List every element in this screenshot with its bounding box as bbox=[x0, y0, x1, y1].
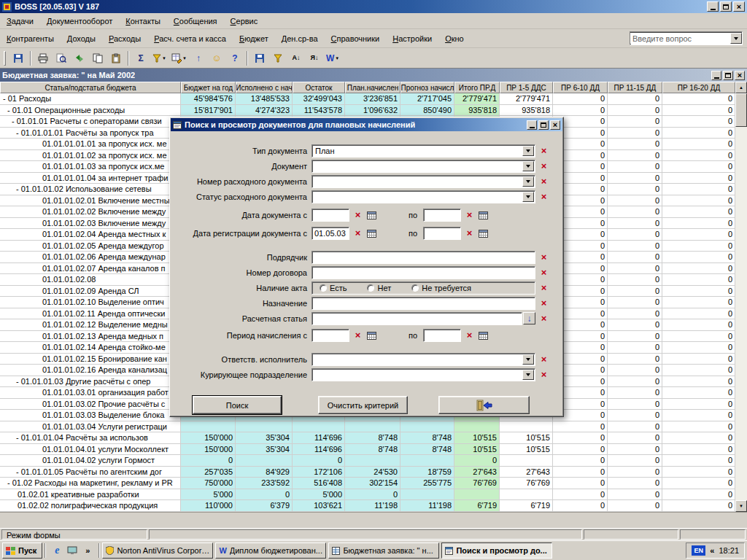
question-box[interactable] bbox=[630, 31, 743, 45]
scroll-thumb[interactable] bbox=[735, 93, 747, 127]
column-header-5[interactable]: План.начислен bbox=[345, 82, 400, 93]
doc-date-to-calendar-button[interactable] bbox=[477, 209, 489, 221]
clear-settlement-article-button[interactable]: × bbox=[538, 313, 550, 324]
menu-item-5[interactable]: Сервис bbox=[224, 14, 265, 28]
act-option-not-required[interactable]: Не требуется bbox=[411, 284, 471, 292]
clear-executor-button[interactable]: × bbox=[538, 354, 550, 365]
contractor-input[interactable] bbox=[311, 251, 535, 264]
doc-date-from-calendar-button[interactable] bbox=[365, 209, 378, 221]
column-header-11[interactable]: ПР 16-20 ДД bbox=[662, 82, 735, 93]
table-row[interactable]: - 01 Расходы45'984'57613'485'53332'499'0… bbox=[0, 93, 735, 105]
chevron-down-icon[interactable] bbox=[522, 192, 534, 202]
reg-date-from-calendar-button[interactable] bbox=[365, 228, 378, 239]
sum-button[interactable]: Σ bbox=[132, 50, 150, 66]
toolbar-drag-handle[interactable] bbox=[4, 51, 6, 66]
column-header-3[interactable]: Исполнено с нач bbox=[236, 82, 293, 93]
refresh-button[interactable] bbox=[71, 50, 88, 66]
chevron-down-icon[interactable] bbox=[522, 146, 534, 156]
dialog-maximize-button[interactable] bbox=[538, 120, 549, 130]
settlement-article-input[interactable] bbox=[311, 312, 522, 325]
chevron-down-icon[interactable] bbox=[730, 33, 742, 44]
question-input[interactable] bbox=[630, 33, 730, 44]
scroll-down-icon[interactable]: ▼ bbox=[735, 500, 747, 512]
export-button[interactable]: ↑ bbox=[190, 50, 207, 66]
module-menu-item-9[interactable]: Окно bbox=[438, 31, 471, 46]
table-row[interactable]: 01.01.01.03.04 Услуги регистраци000 bbox=[0, 421, 735, 433]
taskbar-task[interactable]: Бюджетная заявка: " н... bbox=[328, 542, 439, 559]
clear-expense-doc-number-button[interactable]: × bbox=[538, 176, 550, 187]
reg-date-to-calendar-button[interactable] bbox=[477, 228, 489, 239]
table-row[interactable]: - 01.01.01.04 Расчёты за использов150'00… bbox=[0, 432, 735, 444]
doc-date-to-input[interactable] bbox=[423, 209, 461, 222]
column-header-1[interactable]: Статья/подстатья бюджета bbox=[0, 82, 181, 93]
clear-document-button[interactable]: × bbox=[538, 160, 550, 172]
clear-contractor-button[interactable]: × bbox=[538, 252, 550, 263]
save-layout-button[interactable] bbox=[251, 50, 268, 66]
reg-date-from-input[interactable] bbox=[311, 227, 349, 240]
app-minimize-button[interactable] bbox=[707, 1, 719, 12]
dialog-close-button[interactable]: × bbox=[550, 120, 560, 130]
clear-accrual-from-button[interactable]: × bbox=[352, 330, 364, 341]
module-menu-item-5[interactable]: Бюджет bbox=[233, 31, 275, 46]
doc-type-combobox[interactable]: План bbox=[311, 144, 535, 158]
module-menu-item-2[interactable]: Доходы bbox=[61, 31, 102, 46]
auto-filter-button[interactable] bbox=[269, 50, 287, 66]
clear-reg-date-from-button[interactable]: × bbox=[352, 228, 364, 239]
settlement-article-lookup-button[interactable]: ↓ bbox=[523, 312, 535, 324]
column-header-9[interactable]: ПР 6-10 ДД bbox=[553, 82, 608, 93]
act-option-no[interactable]: Нет bbox=[367, 284, 391, 292]
executor-combobox[interactable] bbox=[311, 353, 535, 366]
vertical-scrollbar[interactable]: ▲ ▼ bbox=[735, 82, 747, 512]
show-desktop-icon[interactable] bbox=[66, 544, 79, 557]
clear-act-button[interactable]: × bbox=[538, 282, 550, 294]
language-indicator[interactable]: EN bbox=[692, 545, 705, 556]
module-menu-item-8[interactable]: Настройки bbox=[386, 31, 438, 46]
scroll-up-icon[interactable]: ▲ bbox=[735, 82, 747, 93]
module-menu-item-1[interactable]: Контрагенты bbox=[0, 31, 61, 46]
taskbar-task[interactable]: Поиск и просмотр до... bbox=[441, 542, 552, 559]
menu-item-2[interactable]: Документооборот bbox=[40, 14, 119, 28]
child-close-button[interactable]: × bbox=[735, 71, 745, 80]
table-row[interactable]: - 01.02 Расходы на маркетинг, рекламу и … bbox=[0, 478, 735, 489]
app-close-button[interactable]: × bbox=[733, 1, 745, 12]
document-combobox[interactable] bbox=[311, 160, 535, 173]
clear-accrual-to-button[interactable]: × bbox=[463, 330, 476, 341]
taskbar-task[interactable]: Norton AntiVirus Corpora... bbox=[102, 542, 213, 559]
search-button[interactable]: Поиск bbox=[193, 396, 282, 414]
quick-launch-more-icon[interactable]: » bbox=[81, 544, 94, 557]
accrual-from-calendar-button[interactable] bbox=[365, 330, 378, 341]
taskbar-task[interactable]: WДиплом бюджетирован... bbox=[215, 542, 326, 559]
save-button[interactable] bbox=[9, 50, 27, 66]
table-row[interactable]: 01.01.01.04.02 услуги Гормост000000 bbox=[0, 455, 735, 467]
menu-item-1[interactable]: Задачи bbox=[0, 14, 40, 28]
reg-date-to-input[interactable] bbox=[423, 227, 461, 240]
clear-department-button[interactable]: × bbox=[538, 369, 550, 381]
module-menu-item-4[interactable]: Расч. счета и касса bbox=[147, 31, 233, 46]
module-menu-item-3[interactable]: Расходы bbox=[102, 31, 147, 46]
menu-item-4[interactable]: Сообщения bbox=[167, 14, 224, 28]
module-menu-item-7[interactable]: Справочники bbox=[325, 31, 387, 46]
contract-number-input[interactable] bbox=[311, 266, 535, 279]
module-menu-item-6[interactable]: Ден.ср-ва bbox=[275, 31, 325, 46]
chevron-down-icon[interactable] bbox=[522, 161, 534, 171]
filter-button[interactable]: ▼ bbox=[150, 50, 169, 66]
act-option-yes[interactable]: Есть bbox=[320, 284, 347, 292]
clear-doc-type-button[interactable]: × bbox=[538, 145, 550, 157]
table-row[interactable]: 01.02.01 креативные разработки5'00005'00… bbox=[0, 489, 735, 501]
clear-doc-date-to-button[interactable]: × bbox=[463, 209, 476, 221]
accrual-to-calendar-button[interactable] bbox=[477, 330, 489, 341]
child-minimize-button[interactable] bbox=[711, 71, 721, 80]
clear-criteria-button[interactable]: Очистить критерий bbox=[318, 396, 408, 414]
column-header-7[interactable]: Итого ПР.Д bbox=[454, 82, 500, 93]
table-row[interactable]: 01.01.01.04.01 услуги Москоллект150'0003… bbox=[0, 444, 735, 456]
chevron-down-icon[interactable] bbox=[522, 354, 534, 365]
clear-contract-number-button[interactable]: × bbox=[538, 267, 550, 279]
menu-item-3[interactable]: Контакты bbox=[119, 14, 167, 28]
word-export-button[interactable]: W▼ bbox=[324, 50, 341, 66]
help-button[interactable]: ? bbox=[226, 50, 244, 66]
paste-button[interactable] bbox=[107, 50, 125, 66]
sort-ascending-button[interactable]: А↓ bbox=[287, 50, 305, 66]
chevron-down-icon[interactable] bbox=[522, 370, 534, 380]
copy-button[interactable] bbox=[89, 50, 107, 66]
column-header-8[interactable]: ПР 1-5 ДДС bbox=[500, 82, 553, 93]
